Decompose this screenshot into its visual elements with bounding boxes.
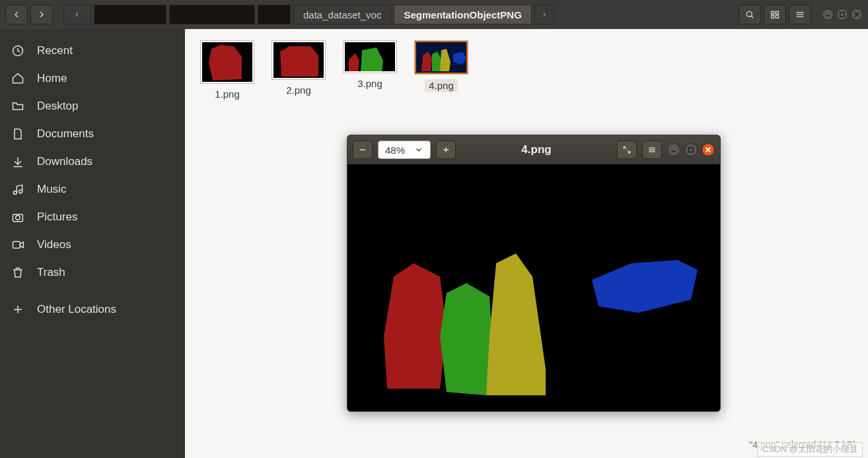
file-item[interactable]: 2.png: [272, 41, 325, 96]
svg-marker-47: [592, 260, 698, 313]
svg-marker-44: [384, 263, 447, 389]
watermark-label: CSDN @太阳花的小绿豆: [758, 442, 863, 457]
svg-point-16: [13, 191, 17, 195]
trash-icon: [11, 265, 25, 280]
svg-marker-29: [432, 51, 441, 71]
svg-marker-27: [361, 48, 383, 73]
svg-rect-20: [13, 242, 20, 248]
window-minimize-button[interactable]: [822, 9, 834, 20]
download-icon: [11, 154, 25, 169]
zoom-out-button[interactable]: [353, 141, 373, 159]
image-viewer-canvas: [347, 164, 720, 411]
file-name-label: 3.png: [357, 78, 382, 89]
sidebar-item-label: Downloads: [37, 155, 92, 168]
zoom-level-label: 48%: [385, 145, 405, 156]
image-viewer-window: 48% 4.png: [347, 135, 721, 412]
breadcrumb-item-2[interactable]: SegmentationObjectPNG: [394, 5, 531, 24]
svg-point-17: [19, 190, 22, 193]
svg-marker-28: [421, 51, 432, 71]
sidebar-item-label: Desktop: [37, 100, 78, 113]
svg-line-1: [751, 16, 753, 18]
home-icon: [11, 71, 25, 86]
viewer-maximize-button[interactable]: [684, 143, 698, 156]
sidebar-item-label: Recent: [37, 44, 73, 57]
sidebar-item-home[interactable]: Home: [0, 65, 185, 92]
thumbnail-icon: [415, 41, 468, 74]
breadcrumb-item-hidden[interactable]: [169, 5, 255, 24]
sidebar-item-label: Trash: [37, 266, 65, 279]
sidebar-item-label: Documents: [37, 127, 94, 141]
file-manager-toolbar: data_dataset_voc SegmentationObjectPNG: [0, 0, 868, 29]
file-item[interactable]: 1.png: [201, 41, 254, 100]
sidebar-item-trash[interactable]: Trash: [0, 259, 185, 286]
zoom-level-dropdown[interactable]: 48%: [378, 141, 431, 159]
plus-icon: [11, 302, 25, 317]
breadcrumb-item-hidden-2[interactable]: [258, 5, 291, 24]
file-name-label: 4.png: [425, 79, 458, 92]
sidebar-item-videos[interactable]: Videos: [0, 231, 185, 259]
thumbnail-icon: [272, 41, 325, 79]
video-icon: [11, 238, 25, 252]
svg-marker-30: [440, 49, 451, 71]
breadcrumb-item-0[interactable]: [94, 5, 166, 24]
sidebar-item-pictures[interactable]: Pictures: [0, 203, 185, 231]
file-item[interactable]: 3.png: [344, 41, 396, 89]
sidebar-item-label: Home: [37, 72, 67, 85]
sidebar-item-recent[interactable]: Recent: [0, 37, 185, 65]
search-button[interactable]: [739, 5, 761, 24]
image-viewer-titlebar[interactable]: 48% 4.png: [347, 135, 720, 164]
svg-marker-46: [486, 253, 546, 395]
viewer-window-controls: [667, 143, 715, 156]
sidebar-item-other-locations[interactable]: Other Locations: [0, 296, 185, 323]
sidebar-item-label: Music: [37, 183, 66, 196]
sidebar-item-documents[interactable]: Documents: [0, 120, 185, 148]
window-close-button[interactable]: [851, 9, 863, 20]
svg-rect-3: [776, 11, 778, 14]
svg-rect-2: [772, 11, 774, 14]
svg-rect-4: [772, 15, 774, 18]
document-icon: [11, 127, 25, 141]
viewer-close-button[interactable]: [702, 143, 715, 156]
image-viewer-title: 4.png: [461, 143, 612, 156]
nav-back-button[interactable]: [5, 5, 28, 24]
clock-icon: [11, 44, 25, 58]
chevron-down-icon: [414, 145, 423, 154]
sidebar-item-music[interactable]: Music: [0, 176, 185, 203]
svg-rect-5: [776, 15, 778, 18]
file-name-label: 1.png: [215, 88, 240, 100]
breadcrumb-item-1[interactable]: data_dataset_voc: [293, 5, 391, 24]
zoom-in-button[interactable]: [436, 141, 456, 159]
file-manager-window-controls: [822, 9, 863, 20]
file-name-label: 2.png: [286, 84, 311, 96]
sidebar-item-label: Other Locations: [37, 303, 116, 316]
svg-marker-24: [209, 45, 242, 81]
svg-rect-41: [689, 148, 694, 152]
music-icon: [11, 182, 25, 197]
view-mode-button[interactable]: [764, 5, 786, 24]
sidebar-item-label: Pictures: [37, 211, 77, 224]
nav-forward-button[interactable]: [30, 5, 53, 24]
breadcrumb-next-pointer[interactable]: [534, 5, 554, 24]
svg-marker-25: [280, 46, 318, 77]
sidebar-item-label: Videos: [37, 238, 71, 251]
svg-marker-31: [453, 51, 466, 65]
svg-marker-45: [440, 283, 493, 395]
svg-rect-10: [840, 13, 845, 17]
svg-point-19: [16, 216, 20, 220]
thumbnail-icon: [344, 41, 396, 73]
sidebar-item-downloads[interactable]: Downloads: [0, 148, 185, 176]
svg-marker-26: [349, 53, 359, 73]
folder-icon: [11, 99, 25, 114]
camera-icon: [11, 210, 25, 224]
places-sidebar: Recent Home Desktop Documents Downloads …: [0, 29, 185, 458]
viewer-menu-button[interactable]: [642, 141, 662, 159]
breadcrumb-prev-pointer[interactable]: [63, 5, 91, 24]
file-item-selected[interactable]: 4.png: [415, 41, 468, 92]
sidebar-item-desktop[interactable]: Desktop: [0, 92, 185, 120]
thumbnail-icon: [201, 41, 254, 83]
fullscreen-button[interactable]: [617, 141, 637, 159]
window-maximize-button[interactable]: [836, 9, 848, 20]
hamburger-menu-button[interactable]: [789, 5, 811, 24]
viewer-minimize-button[interactable]: [667, 143, 680, 156]
